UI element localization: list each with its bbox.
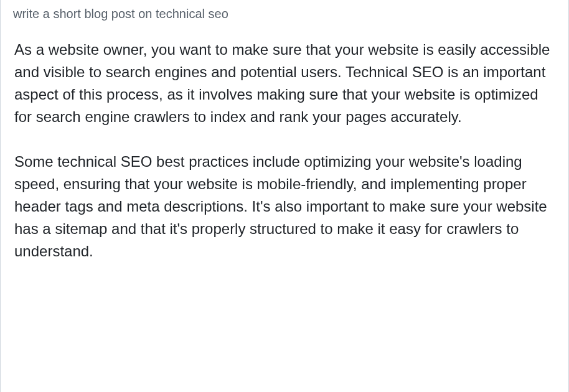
- paragraph: As a website owner, you want to make sur…: [14, 39, 555, 128]
- body-text: As a website owner, you want to make sur…: [1, 27, 568, 263]
- prompt-text: write a short blog post on technical seo: [1, 0, 568, 27]
- paragraph: Some technical SEO best practices includ…: [14, 151, 555, 263]
- document-container: write a short blog post on technical seo…: [0, 0, 569, 392]
